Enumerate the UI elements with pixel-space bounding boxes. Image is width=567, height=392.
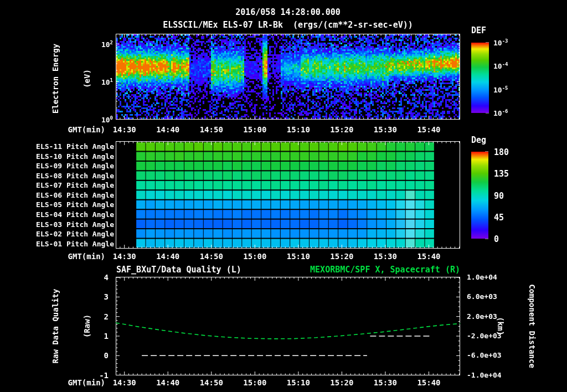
pitch-row-label: ELS-04 Pitch Angle <box>0 210 114 219</box>
def-tick-label: 10-5 <box>493 85 527 94</box>
time-tick-label-spectrogram: 14:40 <box>153 125 182 134</box>
pitch-row-label: ELS-09 Pitch Angle <box>0 162 114 170</box>
pitch-row-label: ELS-02 Pitch Angle <box>0 230 114 238</box>
spectrogram-y-axis-label-line1: Electron Energy <box>50 23 61 134</box>
quality-y-tick-label: 3 <box>81 292 109 301</box>
pitch-row-label: ELS-03 Pitch Angle <box>0 220 114 229</box>
time-tick-label-spectrogram: 15:30 <box>371 125 400 134</box>
distance-y-axis-label-line2: (km) <box>495 271 506 381</box>
deg-tick-label: 135 <box>494 169 527 179</box>
pitch-angle-grid <box>116 142 460 248</box>
time-tick-label-quality: 15:10 <box>284 378 313 387</box>
pitch-row-label: ELS-06 Pitch Angle <box>0 191 114 199</box>
time-tick-label-pitch: 14:30 <box>110 252 139 261</box>
spectrogram-y-axis-label: Electron Energy (eV) <box>29 23 51 134</box>
pitch-row-label: ELS-05 Pitch Angle <box>0 200 114 209</box>
def-colorbar <box>471 43 489 113</box>
quality-title-left: SAF_BXuT/Data Quality (L) <box>116 265 241 275</box>
quality-y-tick-label: 4 <box>81 273 109 282</box>
quality-y-tick-label: 2 <box>81 312 109 321</box>
deg-tick-label: 0 <box>494 234 527 244</box>
time-tick-label-pitch: 15:30 <box>371 252 400 261</box>
page-title: 2016/058 14:28:00.000 <box>122 7 454 17</box>
distance-y-axis-label: Component Distance (km) <box>536 271 558 381</box>
time-tick-label-quality: 14:40 <box>153 378 182 387</box>
time-tick-label-spectrogram: 15:40 <box>414 125 443 134</box>
quality-y-tick-label: 1 <box>81 332 109 341</box>
def-tick-label: 10-6 <box>493 109 527 117</box>
time-tick-label-spectrogram: 15:20 <box>327 125 356 134</box>
pitch-row-label: ELS-01 Pitch Angle <box>0 240 114 248</box>
page-subtitle: ELSSCIL/MEx ELS-07 LR-Bk (ergs/(cm**2-sr… <box>122 20 454 30</box>
time-tick-label-quality: 14:30 <box>110 378 139 387</box>
time-tick-label-spectrogram: 14:30 <box>110 125 139 134</box>
pitch-row-label: ELS-08 Pitch Angle <box>0 172 114 180</box>
time-tick-label-quality: 15:40 <box>414 378 443 387</box>
quality-y-axis-label: Raw Data Quality (Raw) <box>29 271 51 381</box>
quality-y-tick-label: -1 <box>81 371 109 380</box>
time-tick-label-pitch: 15:20 <box>327 252 356 261</box>
time-tick-label-pitch: 15:40 <box>414 252 443 261</box>
quality-title-right: MEXORBMC/SPF X, Spacecraft (R) <box>239 265 460 275</box>
deg-tick-label: 45 <box>494 213 527 223</box>
distance-y-tick-label: 1.0e+04 <box>467 273 506 281</box>
time-tick-label-quality: 14:50 <box>197 378 226 387</box>
time-tick-label-spectrogram: 15:10 <box>284 125 313 134</box>
quality-y-tick-label: 0 <box>81 351 109 360</box>
distance-y-tick-label: -6.0e+03 <box>467 351 506 359</box>
quality-y-axis-label-line1: Raw Data Quality <box>50 271 61 381</box>
def-colorbar-title: DEF <box>471 25 504 35</box>
time-tick-label-quality: 15:00 <box>240 378 269 387</box>
plot-screen: 2016/058 14:28:00.000 ELSSCIL/MEx ELS-07… <box>0 0 567 392</box>
deg-tick-label: 180 <box>494 147 527 157</box>
distance-y-tick-label: -1.0e+04 <box>467 371 506 379</box>
distance-y-tick-label: 6.0e+03 <box>467 292 506 301</box>
distance-y-tick-label: -2.0e+03 <box>467 332 506 340</box>
pitch-row-label: ELS-07 Pitch Angle <box>0 181 114 189</box>
time-tick-label-quality: 15:30 <box>371 378 400 387</box>
time-tick-label-quality: 15:20 <box>327 378 356 387</box>
time-tick-label-spectrogram: 14:50 <box>197 125 226 134</box>
quality-y-axis-label-line2: (Raw) <box>82 271 92 381</box>
distance-y-tick-label: 2.0e+03 <box>467 312 506 321</box>
quality-y-ticks <box>116 277 460 375</box>
spacecraft-x-curve <box>116 323 460 339</box>
electron-energy-spectrogram <box>116 34 460 119</box>
time-tick-label-pitch: 14:50 <box>197 252 226 261</box>
time-tick-label-pitch: 15:00 <box>240 252 269 261</box>
deg-tick-label: 90 <box>494 191 527 201</box>
deg-colorbar-title: Deg <box>471 135 504 145</box>
pitch-row-label: ELS-11 Pitch Angle <box>0 142 114 151</box>
time-tick-label-pitch: 15:10 <box>284 252 313 261</box>
energy-tick-label: 102 <box>83 40 113 49</box>
pitch-row-label: ELS-10 Pitch Angle <box>0 152 114 161</box>
deg-colorbar <box>471 152 488 239</box>
time-tick-label-spectrogram: 15:00 <box>240 125 269 134</box>
time-tick-label-pitch: 14:40 <box>153 252 182 261</box>
spectrogram-x-axis-label: GMT(min) <box>50 125 105 134</box>
distance-y-axis-label-line1: Component Distance <box>527 271 537 381</box>
energy-tick-label: 101 <box>83 78 113 86</box>
def-tick-label: 10-4 <box>493 61 527 70</box>
def-tick-label: 10-3 <box>493 38 527 47</box>
pitch-x-axis-label: GMT(min) <box>50 252 105 261</box>
energy-tick-label: 100 <box>83 115 113 124</box>
